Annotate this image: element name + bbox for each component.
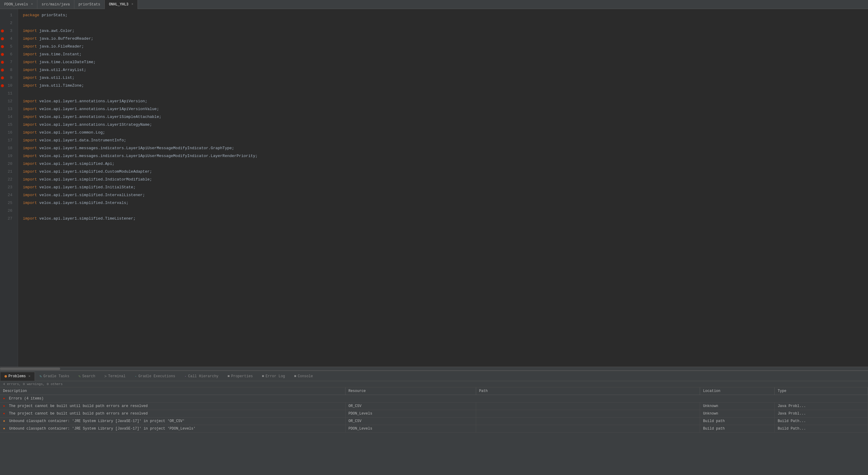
call-hierarchy-icon: · [184,374,187,379]
tab-prior-stats[interactable]: priorStats [74,0,105,9]
problems-panel: 4 errors, 0 warnings, 0 others Descripti… [0,381,868,475]
error-group-label: ● Errors (4 items) [0,395,868,403]
tab-search[interactable]: ✎ Search [74,372,100,381]
code-line-20: import velox.api.layer1.simplified.Api; [23,160,863,168]
code-line-14: import velox.api.layer1.annotations.Laye… [23,113,863,121]
code-line-8: import java.util.ArrayList; [23,66,863,74]
bottom-tab-bar: Problems × ✎ Gradle Tasks ✎ Search > Ter… [0,371,868,381]
problem-path [476,425,700,433]
tab-gradle-executions[interactable]: · Gradle Executions [130,372,180,381]
tab-properties[interactable]: ■ Properties [223,372,257,381]
code-line-15: import velox.api.layer1.annotations.Laye… [23,121,863,129]
code-line-11 [23,90,863,97]
code-editor[interactable]: package priorStats; import java.awt.Colo… [18,9,868,367]
console-icon: ■ [294,374,296,378]
col-type: Type [774,387,868,395]
code-line-16: import velox.api.layer1.common.Log; [23,129,863,136]
tab-gradle-tasks-label: Gradle Tasks [43,374,69,378]
tab-label: PDON_Levels [4,2,28,7]
problem-resource: OR_CSV [345,403,476,410]
code-line-1: package priorStats; [23,11,863,19]
problem-type: Build Path... [774,417,868,425]
code-line-24: import velox.api.layer1.simplified.Inter… [23,191,863,199]
problem-description: ● The project cannot be built until buil… [0,410,345,417]
tab-call-hierarchy[interactable]: · Call Hierarchy [180,372,223,381]
code-line-17: import velox.api.layer1.data.InstrumentI… [23,136,863,145]
error-log-icon: ■ [262,374,264,378]
tab-src-main-java[interactable]: src/main/java [37,0,74,9]
editor-tab-bar: PDON_Levels × src/main/java priorStats O… [0,0,868,9]
error-group-icon: ● [3,397,5,401]
code-line-26 [23,207,863,215]
tab-terminal[interactable]: > Terminal [100,372,130,381]
tab-problems[interactable]: Problems × [0,372,35,381]
tab-pdon-levels[interactable]: PDON_Levels × [0,0,37,9]
problem-resource: PDON_Levels [345,425,476,433]
tab-error-log-label: Error Log [266,374,285,378]
tab-label: src/main/java [41,2,70,7]
tab-properties-label: Properties [231,374,253,378]
scrollbar-thumb[interactable] [0,368,60,370]
code-line-2 [23,19,863,27]
code-line-6: import java.time.Instant; [23,51,863,58]
table-row[interactable]: ● The project cannot be built until buil… [0,410,868,417]
tab-gradle-tasks[interactable]: ✎ Gradle Tasks [35,372,74,381]
problem-location: Build path [700,425,774,433]
editor-area: 1 2 3 4 5 6 7 8 9 10 11 12 13 14 15 16 1… [0,9,868,367]
problems-close[interactable]: × [29,375,31,378]
code-line-21: import velox.api.layer1.simplified.Custo… [23,168,863,176]
problem-resource: PDON_Levels [345,410,476,417]
tab-problems-label: Problems [8,374,26,378]
close-icon[interactable]: × [31,3,33,6]
col-description: Description [0,387,345,395]
error-group-row[interactable]: ● Errors (4 items) [0,395,868,403]
code-line-25: import velox.api.layer1.simplified.Inter… [23,199,863,207]
problem-path [476,403,700,410]
search-icon: ✎ [78,374,81,379]
code-line-23: import velox.api.layer1.simplified.Initi… [23,184,863,191]
problem-description: ● Unbound classpath container: 'JRE Syst… [0,425,345,433]
tab-label: priorStats [79,2,100,7]
tab-error-log[interactable]: ■ Error Log [257,372,289,381]
tab-onhl-yhl3[interactable]: ONHL_YHL3 × [105,0,138,9]
editor-horizontal-scrollbar[interactable] [0,367,868,370]
code-line-12: import velox.api.layer1.annotations.Laye… [23,97,863,105]
problem-type: Build Path... [774,425,868,433]
code-line-5: import java.io.FileReader; [23,43,863,51]
code-line-18: import velox.api.layer1.messages.indicat… [23,145,863,152]
problems-table: Description Resource Path Location Type … [0,387,868,433]
close-icon[interactable]: × [131,3,133,6]
problem-resource: OR_CSV [345,417,476,425]
problem-description: ● Unbound classpath container: 'JRE Syst… [0,417,345,425]
col-resource: Resource [345,387,476,395]
code-line-22: import velox.api.layer1.simplified.Indic… [23,176,863,184]
code-line-7: import java.time.LocalDateTime; [23,58,863,66]
tab-console-label: Console [298,374,313,378]
bottom-panel: Problems × ✎ Gradle Tasks ✎ Search > Ter… [0,370,868,475]
properties-icon: ■ [227,374,230,378]
code-line-10: import java.util.TimeZone; [23,82,863,90]
problem-path [476,417,700,425]
problems-dot [4,375,7,378]
line-gutter: 1 2 3 4 5 6 7 8 9 10 11 12 13 14 15 16 1… [0,9,18,367]
problem-location: Unknown [700,403,774,410]
code-line-19: import velox.api.layer1.messages.indicat… [23,152,863,160]
gradle-exec-icon: · [134,374,137,379]
code-line-3: import java.awt.Color; [23,27,863,35]
table-row[interactable]: ● The project cannot be built until buil… [0,403,868,410]
tab-gradle-exec-label: Gradle Executions [138,374,175,378]
code-line-9: import java.util.List; [23,74,863,82]
table-row[interactable]: ● Unbound classpath container: 'JRE Syst… [0,425,868,433]
gradle-tasks-icon: ✎ [39,374,42,379]
warning-icon: ● [3,426,5,431]
error-icon: ● [3,412,5,415]
problem-type: Java Probl... [774,410,868,417]
terminal-icon: > [104,374,107,379]
warning-icon: ● [3,419,5,423]
problem-description: ● The project cannot be built until buil… [0,403,345,410]
tab-console[interactable]: ■ Console [289,372,317,381]
col-location: Location [700,387,774,395]
table-row[interactable]: ● Unbound classpath container: 'JRE Syst… [0,417,868,425]
tab-call-hierarchy-label: Call Hierarchy [188,374,218,378]
tab-search-label: Search [82,374,95,378]
